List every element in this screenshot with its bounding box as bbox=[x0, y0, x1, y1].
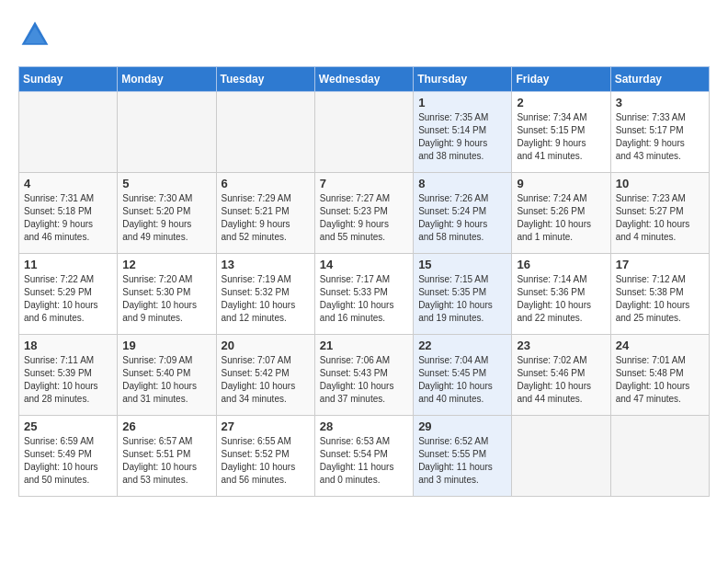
calendar-cell: 23Sunrise: 7:02 AM Sunset: 5:46 PM Dayli… bbox=[512, 335, 610, 416]
calendar-cell: 17Sunrise: 7:12 AM Sunset: 5:38 PM Dayli… bbox=[610, 254, 709, 335]
day-number: 4 bbox=[24, 177, 112, 190]
calendar-cell: 18Sunrise: 7:11 AM Sunset: 5:39 PM Dayli… bbox=[19, 335, 118, 416]
calendar-cell bbox=[610, 416, 709, 497]
day-info: Sunrise: 6:59 AM Sunset: 5:49 PM Dayligh… bbox=[24, 435, 112, 487]
day-number: 6 bbox=[222, 177, 310, 190]
day-info: Sunrise: 7:22 AM Sunset: 5:29 PM Dayligh… bbox=[24, 273, 112, 325]
day-number: 13 bbox=[222, 258, 310, 271]
day-number: 3 bbox=[616, 96, 704, 109]
calendar-cell: 12Sunrise: 7:20 AM Sunset: 5:30 PM Dayli… bbox=[118, 254, 216, 335]
day-number: 11 bbox=[24, 258, 112, 271]
calendar-cell: 10Sunrise: 7:23 AM Sunset: 5:27 PM Dayli… bbox=[610, 173, 709, 254]
day-info: Sunrise: 7:34 AM Sunset: 5:15 PM Dayligh… bbox=[517, 111, 605, 163]
calendar-week-5: 25Sunrise: 6:59 AM Sunset: 5:49 PM Dayli… bbox=[19, 416, 710, 497]
day-info: Sunrise: 6:55 AM Sunset: 5:52 PM Dayligh… bbox=[222, 435, 310, 487]
calendar-week-4: 18Sunrise: 7:11 AM Sunset: 5:39 PM Dayli… bbox=[19, 335, 710, 416]
day-number: 8 bbox=[418, 177, 506, 190]
calendar-cell: 3Sunrise: 7:33 AM Sunset: 5:17 PM Daylig… bbox=[610, 92, 709, 173]
calendar-cell bbox=[19, 92, 118, 173]
calendar-cell: 6Sunrise: 7:29 AM Sunset: 5:21 PM Daylig… bbox=[216, 173, 314, 254]
day-info: Sunrise: 7:33 AM Sunset: 5:17 PM Dayligh… bbox=[616, 111, 704, 163]
day-number: 5 bbox=[122, 177, 210, 190]
column-header-monday: Monday bbox=[118, 67, 216, 92]
day-info: Sunrise: 7:24 AM Sunset: 5:26 PM Dayligh… bbox=[517, 192, 605, 244]
calendar-cell: 14Sunrise: 7:17 AM Sunset: 5:33 PM Dayli… bbox=[314, 254, 413, 335]
day-info: Sunrise: 7:27 AM Sunset: 5:23 PM Dayligh… bbox=[320, 192, 408, 244]
day-number: 29 bbox=[418, 419, 506, 433]
day-info: Sunrise: 7:12 AM Sunset: 5:38 PM Dayligh… bbox=[616, 273, 704, 325]
column-header-tuesday: Tuesday bbox=[216, 67, 314, 92]
day-info: Sunrise: 7:35 AM Sunset: 5:14 PM Dayligh… bbox=[418, 111, 506, 163]
day-number: 10 bbox=[616, 177, 704, 190]
calendar-cell: 29Sunrise: 6:52 AM Sunset: 5:55 PM Dayli… bbox=[414, 416, 512, 497]
calendar-cell: 25Sunrise: 6:59 AM Sunset: 5:49 PM Dayli… bbox=[19, 416, 118, 497]
calendar-cell: 20Sunrise: 7:07 AM Sunset: 5:42 PM Dayli… bbox=[216, 335, 314, 416]
calendar-cell bbox=[512, 416, 610, 497]
logo bbox=[18, 18, 55, 52]
column-header-saturday: Saturday bbox=[610, 67, 709, 92]
column-header-friday: Friday bbox=[512, 67, 610, 92]
day-number: 27 bbox=[222, 419, 310, 433]
day-number: 9 bbox=[517, 177, 605, 190]
day-number: 2 bbox=[517, 96, 605, 109]
calendar-cell: 13Sunrise: 7:19 AM Sunset: 5:32 PM Dayli… bbox=[216, 254, 314, 335]
day-info: Sunrise: 7:30 AM Sunset: 5:20 PM Dayligh… bbox=[122, 192, 210, 244]
calendar-cell: 22Sunrise: 7:04 AM Sunset: 5:45 PM Dayli… bbox=[414, 335, 512, 416]
day-info: Sunrise: 6:53 AM Sunset: 5:54 PM Dayligh… bbox=[320, 435, 408, 487]
column-header-wednesday: Wednesday bbox=[314, 67, 413, 92]
logo-icon bbox=[18, 18, 51, 52]
page-header bbox=[18, 18, 710, 52]
day-number: 1 bbox=[418, 96, 506, 109]
day-info: Sunrise: 7:09 AM Sunset: 5:40 PM Dayligh… bbox=[122, 354, 210, 406]
calendar-cell: 28Sunrise: 6:53 AM Sunset: 5:54 PM Dayli… bbox=[314, 416, 413, 497]
day-info: Sunrise: 7:14 AM Sunset: 5:36 PM Dayligh… bbox=[517, 273, 605, 325]
calendar-cell: 8Sunrise: 7:26 AM Sunset: 5:24 PM Daylig… bbox=[414, 173, 512, 254]
column-header-thursday: Thursday bbox=[414, 67, 512, 92]
calendar-cell: 15Sunrise: 7:15 AM Sunset: 5:35 PM Dayli… bbox=[414, 254, 512, 335]
calendar-cell bbox=[216, 92, 314, 173]
day-number: 21 bbox=[320, 339, 408, 352]
calendar-cell: 24Sunrise: 7:01 AM Sunset: 5:48 PM Dayli… bbox=[610, 335, 709, 416]
day-number: 12 bbox=[122, 258, 210, 271]
day-info: Sunrise: 7:06 AM Sunset: 5:43 PM Dayligh… bbox=[320, 354, 408, 406]
calendar-cell: 16Sunrise: 7:14 AM Sunset: 5:36 PM Dayli… bbox=[512, 254, 610, 335]
day-number: 17 bbox=[616, 258, 704, 271]
day-number: 26 bbox=[122, 419, 210, 433]
calendar-cell: 1Sunrise: 7:35 AM Sunset: 5:14 PM Daylig… bbox=[414, 92, 512, 173]
calendar-cell: 26Sunrise: 6:57 AM Sunset: 5:51 PM Dayli… bbox=[118, 416, 216, 497]
calendar-cell bbox=[118, 92, 216, 173]
day-info: Sunrise: 7:23 AM Sunset: 5:27 PM Dayligh… bbox=[616, 192, 704, 244]
day-number: 24 bbox=[616, 339, 704, 352]
day-number: 22 bbox=[418, 339, 506, 352]
calendar-cell: 11Sunrise: 7:22 AM Sunset: 5:29 PM Dayli… bbox=[19, 254, 118, 335]
calendar-cell: 19Sunrise: 7:09 AM Sunset: 5:40 PM Dayli… bbox=[118, 335, 216, 416]
calendar-cell bbox=[314, 92, 413, 173]
day-info: Sunrise: 7:19 AM Sunset: 5:32 PM Dayligh… bbox=[222, 273, 310, 325]
day-number: 20 bbox=[222, 339, 310, 352]
calendar-cell: 21Sunrise: 7:06 AM Sunset: 5:43 PM Dayli… bbox=[314, 335, 413, 416]
day-info: Sunrise: 7:04 AM Sunset: 5:45 PM Dayligh… bbox=[418, 354, 506, 406]
day-number: 15 bbox=[418, 258, 506, 271]
calendar-cell: 5Sunrise: 7:30 AM Sunset: 5:20 PM Daylig… bbox=[118, 173, 216, 254]
day-info: Sunrise: 7:29 AM Sunset: 5:21 PM Dayligh… bbox=[222, 192, 310, 244]
day-info: Sunrise: 7:07 AM Sunset: 5:42 PM Dayligh… bbox=[222, 354, 310, 406]
day-info: Sunrise: 7:20 AM Sunset: 5:30 PM Dayligh… bbox=[122, 273, 210, 325]
calendar-cell: 27Sunrise: 6:55 AM Sunset: 5:52 PM Dayli… bbox=[216, 416, 314, 497]
calendar-week-2: 4Sunrise: 7:31 AM Sunset: 5:18 PM Daylig… bbox=[19, 173, 710, 254]
day-info: Sunrise: 6:57 AM Sunset: 5:51 PM Dayligh… bbox=[122, 435, 210, 487]
day-info: Sunrise: 7:17 AM Sunset: 5:33 PM Dayligh… bbox=[320, 273, 408, 325]
day-number: 14 bbox=[320, 258, 408, 271]
day-info: Sunrise: 7:11 AM Sunset: 5:39 PM Dayligh… bbox=[24, 354, 112, 406]
day-number: 16 bbox=[517, 258, 605, 271]
day-info: Sunrise: 7:02 AM Sunset: 5:46 PM Dayligh… bbox=[517, 354, 605, 406]
calendar-week-3: 11Sunrise: 7:22 AM Sunset: 5:29 PM Dayli… bbox=[19, 254, 710, 335]
day-info: Sunrise: 7:01 AM Sunset: 5:48 PM Dayligh… bbox=[616, 354, 704, 406]
day-number: 7 bbox=[320, 177, 408, 190]
day-number: 25 bbox=[24, 419, 112, 433]
day-info: Sunrise: 7:15 AM Sunset: 5:35 PM Dayligh… bbox=[418, 273, 506, 325]
day-info: Sunrise: 7:26 AM Sunset: 5:24 PM Dayligh… bbox=[418, 192, 506, 244]
calendar-header-row: SundayMondayTuesdayWednesdayThursdayFrid… bbox=[19, 67, 710, 92]
column-header-sunday: Sunday bbox=[19, 67, 118, 92]
day-info: Sunrise: 7:31 AM Sunset: 5:18 PM Dayligh… bbox=[24, 192, 112, 244]
calendar-cell: 4Sunrise: 7:31 AM Sunset: 5:18 PM Daylig… bbox=[19, 173, 118, 254]
